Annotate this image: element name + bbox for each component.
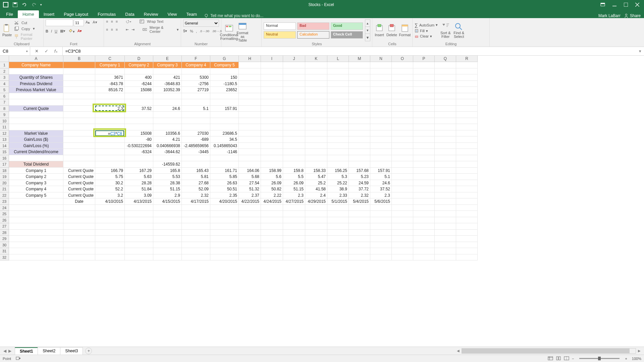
cell-J9[interactable] <box>283 112 305 118</box>
cell-G15[interactable]: -1146 <box>210 149 239 155</box>
cell-R27[interactable] <box>456 223 478 230</box>
ribbon-tab-insert[interactable]: Insert <box>39 10 59 18</box>
cell-N8[interactable] <box>370 106 392 112</box>
view-normal-icon[interactable] <box>548 356 553 361</box>
cell-O31[interactable] <box>392 248 413 254</box>
save-icon[interactable] <box>12 2 18 8</box>
cell-Q27[interactable] <box>435 223 456 230</box>
cell-N18[interactable]: 157.91 <box>370 168 392 174</box>
cell-M26[interactable] <box>349 217 370 224</box>
cell-E12[interactable]: 10356.6 <box>153 130 182 137</box>
cell-P27[interactable] <box>413 223 435 230</box>
cell-B11[interactable] <box>63 124 95 130</box>
cell-B18[interactable]: Current Quote <box>63 168 95 174</box>
spreadsheet-grid[interactable]: ABCDEFGHIJKLMNOPQR 123456789101112131415… <box>0 56 644 347</box>
cell-G19[interactable]: 5.85 <box>210 174 239 180</box>
cell-C18[interactable]: 166.79 <box>95 168 125 174</box>
cell-D24[interactable] <box>125 205 153 211</box>
cell-A9[interactable] <box>9 112 63 118</box>
cell-F30[interactable] <box>182 242 210 248</box>
cell-K28[interactable] <box>305 230 327 236</box>
cell-D29[interactable] <box>125 236 153 242</box>
cell-R10[interactable] <box>456 118 478 124</box>
cell-P1[interactable] <box>413 62 435 68</box>
cell-Q29[interactable] <box>435 236 456 242</box>
cell-N7[interactable] <box>370 99 392 106</box>
cell-B30[interactable] <box>63 242 95 248</box>
cell-M3[interactable] <box>349 74 370 81</box>
cell-N25[interactable] <box>370 211 392 217</box>
cell-O18[interactable] <box>392 168 413 174</box>
cell-A24[interactable] <box>9 205 63 211</box>
col-header-R[interactable]: R <box>456 56 478 62</box>
insert-function-icon[interactable]: fₓ <box>54 49 58 54</box>
col-header-G[interactable]: G <box>210 56 239 62</box>
cell-D9[interactable] <box>125 112 153 118</box>
view-page-layout-icon[interactable] <box>556 356 561 361</box>
cell-B6[interactable] <box>63 93 95 100</box>
cell-H20[interactable]: 27.54 <box>239 180 261 186</box>
row-header-26[interactable]: 26 <box>0 217 9 224</box>
cell-K18[interactable]: 158.33 <box>305 168 327 174</box>
cell-O16[interactable] <box>392 155 413 162</box>
cell-H19[interactable]: 5.68 <box>239 174 261 180</box>
cell-O25[interactable] <box>392 211 413 217</box>
cell-F11[interactable] <box>182 124 210 130</box>
cell-L5[interactable] <box>327 87 349 93</box>
cell-R28[interactable] <box>456 230 478 236</box>
row-header-14[interactable]: 14 <box>0 143 9 149</box>
cell-G20[interactable]: 26.63 <box>210 180 239 186</box>
cell-H30[interactable] <box>239 242 261 248</box>
cell-K15[interactable] <box>305 149 327 155</box>
cell-Q5[interactable] <box>435 87 456 93</box>
cell-N24[interactable] <box>370 205 392 211</box>
cell-O12[interactable] <box>392 130 413 137</box>
sheet-nav-next-icon[interactable]: ▶ <box>8 349 11 353</box>
col-header-I[interactable]: I <box>261 56 283 62</box>
cell-D21[interactable]: 51.84 <box>125 186 153 192</box>
cell-F9[interactable] <box>182 112 210 118</box>
cell-Q2[interactable] <box>435 68 456 75</box>
cell-I15[interactable] <box>261 149 283 155</box>
cell-B9[interactable] <box>63 112 95 118</box>
cell-J13[interactable] <box>283 136 305 143</box>
cell-E20[interactable]: 28.38 <box>153 180 182 186</box>
cell-K12[interactable] <box>305 130 327 137</box>
comma-icon[interactable]: , <box>196 29 197 33</box>
cell-M11[interactable] <box>349 124 370 130</box>
cell-L12[interactable] <box>327 130 349 137</box>
cell-O24[interactable] <box>392 205 413 211</box>
cell-P9[interactable] <box>413 112 435 118</box>
cell-H8[interactable] <box>239 106 261 112</box>
cell-E32[interactable] <box>153 254 182 261</box>
cell-E30[interactable] <box>153 242 182 248</box>
autosum-button[interactable]: ∑AutoSum ▾ <box>415 22 438 28</box>
cell-D10[interactable] <box>125 118 153 124</box>
cell-J14[interactable] <box>283 143 305 149</box>
cell-I10[interactable] <box>261 118 283 124</box>
cell-M14[interactable] <box>349 143 370 149</box>
cell-K13[interactable] <box>305 136 327 143</box>
cell-B32[interactable] <box>63 254 95 261</box>
cell-C30[interactable] <box>95 242 125 248</box>
row-header-2[interactable]: 2 <box>0 68 9 75</box>
cell-C10[interactable] <box>95 118 125 124</box>
cell-K17[interactable] <box>305 161 327 168</box>
cell-H9[interactable] <box>239 112 261 118</box>
cell-G22[interactable]: 2.35 <box>210 192 239 199</box>
cell-Q12[interactable] <box>435 130 456 137</box>
cell-A22[interactable]: Company 5 <box>9 192 63 199</box>
cell-B25[interactable] <box>63 211 95 217</box>
cell-F27[interactable] <box>182 223 210 230</box>
cell-K14[interactable] <box>305 143 327 149</box>
cell-L31[interactable] <box>327 248 349 254</box>
cell-I3[interactable] <box>261 74 283 81</box>
cell-P21[interactable] <box>413 186 435 192</box>
cell-C5[interactable]: 8516.72 <box>95 87 125 93</box>
ribbon-options-icon[interactable] <box>600 3 605 7</box>
cell-O30[interactable] <box>392 242 413 248</box>
cell-E27[interactable] <box>153 223 182 230</box>
cell-K4[interactable] <box>305 81 327 87</box>
cell-H29[interactable] <box>239 236 261 242</box>
cell-M19[interactable]: 5.23 <box>349 174 370 180</box>
